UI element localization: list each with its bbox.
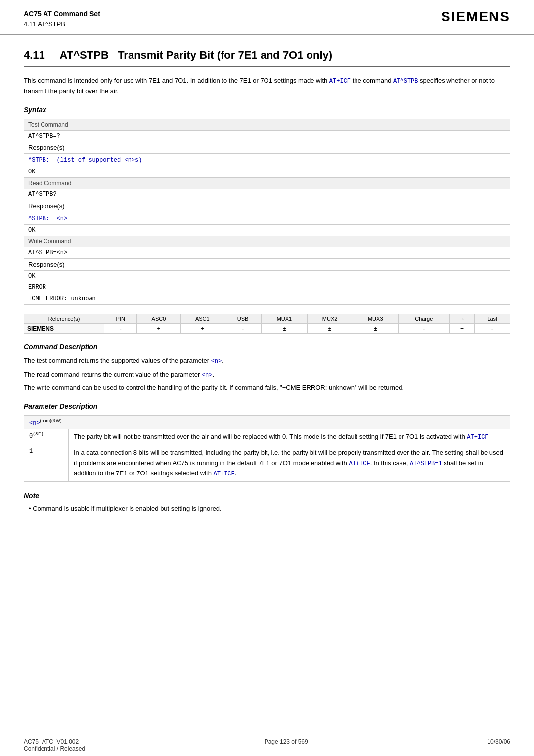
ref-asc1-val: + bbox=[180, 324, 224, 334]
param-superscript: (num)(&W) bbox=[40, 418, 62, 423]
write-ok-row: OK bbox=[24, 271, 510, 282]
test-ok-row: OK bbox=[24, 166, 510, 178]
cmd-desc-heading: Command Description bbox=[24, 343, 510, 351]
ref-col-asc0: ASC0 bbox=[137, 314, 180, 324]
note-item-0: Command is usable if multiplexer is enab… bbox=[29, 504, 510, 514]
cmd-desc-line3: The write command can be used to control… bbox=[24, 383, 510, 393]
header-title-line2: 4.11 AT^STPB bbox=[24, 19, 100, 29]
cmd-desc-line2: The read command returns the current val… bbox=[24, 370, 510, 380]
section-heading-text: AT^STPB Transmit Parity Bit (for 7E1 and… bbox=[60, 49, 333, 61]
ref-siemens-row: SIEMENS - + + - ± ± ± - + - bbox=[24, 324, 510, 334]
ref-pin-val: - bbox=[104, 324, 137, 334]
footer-date: 10/30/06 bbox=[487, 738, 510, 752]
test-command-header-row: Test Command bbox=[24, 119, 510, 131]
syntax-table: Test Command AT^STPB=? Response(s) ^STPB… bbox=[24, 119, 510, 305]
test-command-response-row: ^STPB: (list of supported <n>s) bbox=[24, 154, 510, 166]
ref-col-mux3: MUX3 bbox=[353, 314, 398, 324]
ref-arrow-val: + bbox=[449, 324, 475, 334]
param-name: <n> bbox=[29, 420, 40, 426]
intro-code2: AT^STPB bbox=[393, 78, 418, 85]
param-row-0: 0(&F) The parity bit will not be transmi… bbox=[24, 429, 510, 445]
write-command-header-row: Write Command bbox=[24, 236, 510, 247]
read-command-code-row: AT^STPB? bbox=[24, 189, 510, 200]
test-ok: OK bbox=[24, 166, 510, 178]
write-command-response-label-row: Response(s) bbox=[24, 259, 510, 271]
ref-col-last: Last bbox=[475, 314, 510, 324]
note-list: Command is usable if multiplexer is enab… bbox=[24, 504, 510, 514]
param-name-header: <n>(num)(&W) bbox=[24, 415, 510, 429]
note-heading: Note bbox=[24, 492, 510, 500]
read-response-inline: ^STPB: <n> bbox=[28, 215, 67, 222]
read-command-response-label-row: Response(s) bbox=[24, 200, 510, 212]
footer-page: Page 123 of 569 bbox=[265, 738, 308, 752]
ref-charge-val: - bbox=[398, 324, 449, 334]
ref-asc0-val: + bbox=[137, 324, 180, 334]
param-value-1: 1 bbox=[24, 445, 69, 481]
ref-col-charge: Charge bbox=[398, 314, 449, 324]
intro-paragraph: This command is intended only for use wi… bbox=[24, 76, 510, 96]
section-title: 4.11 AT^STPB Transmit Parity Bit (for 7E… bbox=[24, 49, 510, 67]
write-cme-error: +CME ERROR: unknown bbox=[24, 293, 510, 305]
cmd-desc-line1: The test command returns the supported v… bbox=[24, 356, 510, 366]
page-footer: AC75_ATC_V01.002 Confidential / Released… bbox=[0, 734, 534, 756]
param-desc-1-code2: AT^STPB=1 bbox=[410, 460, 442, 467]
read-response-label: Response(s) bbox=[24, 200, 510, 212]
intro-text2: the command bbox=[351, 77, 393, 84]
footer-status: Confidential / Released bbox=[24, 745, 85, 752]
read-command-label: Read Command bbox=[24, 178, 510, 189]
ref-col-usb: USB bbox=[224, 314, 261, 324]
write-command-label: Write Command bbox=[24, 236, 510, 247]
write-error-row: ERROR bbox=[24, 282, 510, 293]
intro-text1: This command is intended only for use wi… bbox=[24, 77, 329, 84]
test-response-inline: ^STPB: (list of supported <n>s) bbox=[28, 157, 142, 164]
write-command-code-row: AT^STPB=<n> bbox=[24, 247, 510, 259]
footer-doc-id: AC75_ATC_V01.002 bbox=[24, 738, 85, 745]
ref-col-mux1: MUX1 bbox=[262, 314, 307, 324]
read-command-code: AT^STPB? bbox=[24, 189, 510, 200]
page-header: AC75 AT Command Set 4.11 AT^STPB SIEMENS bbox=[0, 0, 534, 35]
header-left: AC75 AT Command Set 4.11 AT^STPB bbox=[24, 9, 100, 29]
param-value-0: 0(&F) bbox=[24, 429, 69, 445]
write-error: ERROR bbox=[24, 282, 510, 293]
param-0-super: (&F) bbox=[33, 432, 44, 437]
ref-col-mux2: MUX2 bbox=[307, 314, 353, 324]
syntax-heading: Syntax bbox=[24, 106, 510, 114]
footer-left: AC75_ATC_V01.002 Confidential / Released bbox=[24, 738, 85, 752]
header-logo: SIEMENS bbox=[441, 9, 510, 25]
ref-mux1-val: ± bbox=[262, 324, 307, 334]
param-desc-0-code: AT+ICF bbox=[467, 434, 488, 441]
param-desc-0: The parity bit will not be transmitted o… bbox=[69, 429, 510, 445]
read-ok: OK bbox=[24, 225, 510, 236]
read-command-header-row: Read Command bbox=[24, 178, 510, 189]
ref-col-asc1: ASC1 bbox=[180, 314, 224, 324]
ref-siemens-label: SIEMENS bbox=[24, 324, 104, 334]
write-command-code: AT^STPB=<n> bbox=[24, 247, 510, 259]
test-command-code: AT^STPB=? bbox=[24, 131, 510, 142]
intro-code1: AT+ICF bbox=[329, 78, 351, 85]
header-title-line1: AC75 AT Command Set bbox=[24, 9, 100, 19]
write-response-label: Response(s) bbox=[24, 259, 510, 271]
cmd-desc-n1: <n> bbox=[211, 358, 222, 365]
read-response-code: ^STPB: <n> bbox=[24, 212, 510, 225]
param-header-row: <n>(num)(&W) bbox=[24, 415, 510, 429]
param-desc-1-code3: AT+ICF bbox=[214, 471, 235, 477]
param-desc-1: In a data connection 8 bits will be tran… bbox=[69, 445, 510, 481]
param-row-1: 1 In a data connection 8 bits will be tr… bbox=[24, 445, 510, 481]
test-command-code-row: AT^STPB=? bbox=[24, 131, 510, 142]
test-command-label: Test Command bbox=[24, 119, 510, 131]
ref-usb-val: - bbox=[224, 324, 261, 334]
ref-mux3-val: ± bbox=[353, 324, 398, 334]
write-ok: OK bbox=[24, 271, 510, 282]
cmd-desc-n2: <n> bbox=[202, 372, 213, 378]
ref-col-arrow: → bbox=[449, 314, 475, 324]
main-content: 4.11 AT^STPB Transmit Parity Bit (for 7E… bbox=[0, 35, 534, 544]
param-desc-heading: Parameter Description bbox=[24, 402, 510, 410]
ref-header-row: Reference(s) PIN ASC0 ASC1 USB MUX1 MUX2… bbox=[24, 314, 510, 324]
test-response-code: ^STPB: (list of supported <n>s) bbox=[24, 154, 510, 166]
ref-mux2-val: ± bbox=[307, 324, 353, 334]
ref-last-val: - bbox=[475, 324, 510, 334]
reference-table: Reference(s) PIN ASC0 ASC1 USB MUX1 MUX2… bbox=[24, 314, 510, 334]
read-ok-row: OK bbox=[24, 225, 510, 236]
ref-col-pin: PIN bbox=[104, 314, 137, 324]
test-response-label: Response(s) bbox=[24, 142, 510, 154]
